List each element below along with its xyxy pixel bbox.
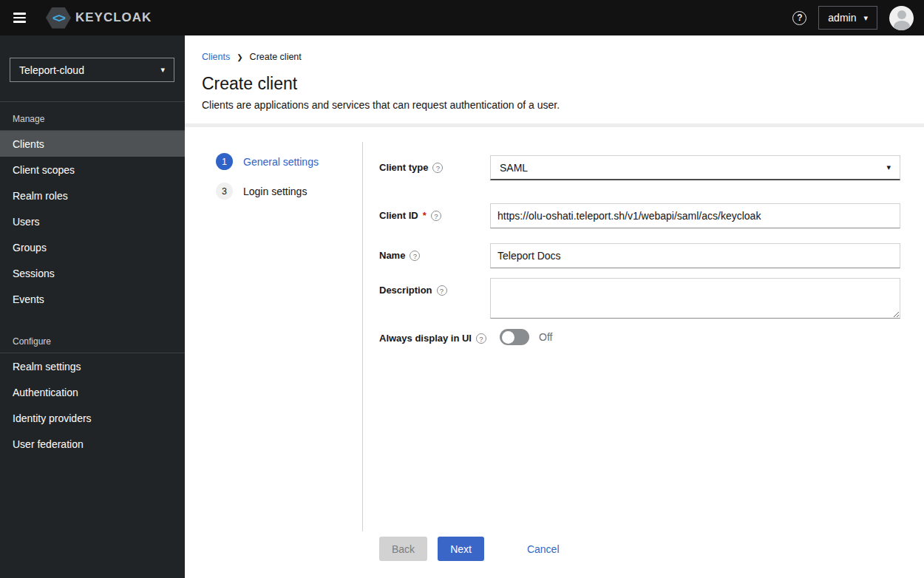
client-id-label: Client ID * ? <box>379 203 490 228</box>
client-type-row: Client type ? SAML ▾ <box>379 155 900 180</box>
step-label: Login settings <box>243 186 307 197</box>
help-icon[interactable]: ? <box>792 11 806 25</box>
description-label: Description ? <box>379 278 490 321</box>
general-settings-form: Client type ? SAML ▾ Client ID * ? <box>379 155 900 345</box>
always-display-toggle[interactable] <box>500 329 529 345</box>
step-label: General settings <box>243 156 319 168</box>
keycloak-logo[interactable]: <> KEYCLOAK <box>46 7 152 29</box>
back-button[interactable]: Back <box>379 537 427 561</box>
avatar[interactable] <box>889 6 914 30</box>
cancel-button[interactable]: Cancel <box>527 543 560 555</box>
client-id-row: Client ID * ? <box>379 203 900 228</box>
wizard-step-general-settings[interactable]: 1 General settings <box>216 153 362 170</box>
breadcrumb-current: Create client <box>250 52 302 62</box>
help-icon[interactable]: ? <box>432 163 443 173</box>
brand-text: KEYCLOAK <box>75 10 152 25</box>
nav-section-configure: Configure <box>0 312 185 353</box>
caret-down-icon: ▾ <box>863 14 868 22</box>
wizard-step-nav: 1 General settings 3 Login settings <box>185 127 362 212</box>
client-id-input[interactable] <box>490 203 900 228</box>
user-menu-label: admin <box>828 12 856 24</box>
always-display-row: Always display in UI ? Off <box>379 326 900 345</box>
sidebar-item-identity-providers[interactable]: Identity providers <box>0 405 185 431</box>
sidebar-item-users[interactable]: Users <box>0 208 185 234</box>
toggle-state-label: Off <box>539 331 552 343</box>
page-header: Clients ❯ Create client Create client Cl… <box>185 35 924 111</box>
sidebar-item-clients[interactable]: Clients <box>0 131 185 157</box>
next-button[interactable]: Next <box>438 537 484 561</box>
help-icon[interactable]: ? <box>431 211 441 221</box>
label-text: Name <box>379 250 405 261</box>
help-icon[interactable]: ? <box>410 251 420 261</box>
help-glyph: ? <box>797 13 802 23</box>
client-type-select[interactable]: SAML ▾ <box>490 155 900 180</box>
main-content: Clients ❯ Create client Create client Cl… <box>185 35 924 578</box>
page-description: Clients are applications and services th… <box>202 99 906 111</box>
sidebar-item-realm-settings[interactable]: Realm settings <box>0 353 185 379</box>
name-input[interactable] <box>490 243 900 268</box>
client-type-value: SAML <box>500 162 528 174</box>
label-text: Client type <box>379 162 428 173</box>
breadcrumb-clients-link[interactable]: Clients <box>202 52 230 62</box>
keycloak-brackets-glyph: <> <box>52 12 64 24</box>
help-icon[interactable]: ? <box>437 285 447 296</box>
sidebar-item-groups[interactable]: Groups <box>0 234 185 260</box>
client-type-label: Client type ? <box>379 155 490 180</box>
description-row: Description ? <box>379 278 900 321</box>
sidebar-item-realm-roles[interactable]: Realm roles <box>0 183 185 208</box>
breadcrumb: Clients ❯ Create client <box>202 52 906 62</box>
caret-down-icon: ▾ <box>160 66 165 74</box>
masthead-right: ? admin ▾ <box>792 6 924 30</box>
name-label: Name ? <box>379 243 490 268</box>
hamburger-menu-icon[interactable] <box>1 0 37 35</box>
sidebar-item-user-federation[interactable]: User federation <box>0 431 185 457</box>
sidebar: Teleport-cloud ▾ Manage Clients Client s… <box>0 35 185 578</box>
sidebar-item-client-scopes[interactable]: Client scopes <box>0 157 185 183</box>
nav-section-manage: Manage <box>0 102 185 130</box>
masthead: <> KEYCLOAK ? admin ▾ <box>0 0 924 35</box>
label-text: Always display in UI <box>379 333 472 344</box>
user-menu-dropdown[interactable]: admin ▾ <box>818 6 877 30</box>
sidebar-item-sessions[interactable]: Sessions <box>0 260 185 286</box>
breadcrumb-separator-icon: ❯ <box>237 53 242 61</box>
description-textarea[interactable] <box>490 278 900 319</box>
realm-selector-dropdown[interactable]: Teleport-cloud ▾ <box>10 58 174 82</box>
create-client-wizard: 1 General settings 3 Login settings Clie… <box>185 127 924 568</box>
label-text: Client ID <box>379 210 418 221</box>
wizard-step-login-settings[interactable]: 3 Login settings <box>216 183 362 200</box>
step-number-badge: 1 <box>216 153 233 170</box>
sidebar-item-events[interactable]: Events <box>0 286 185 312</box>
wizard-footer: Back Next Cancel <box>379 537 560 561</box>
page-title: Create client <box>202 74 906 94</box>
name-row: Name ? <box>379 243 900 268</box>
help-icon[interactable]: ? <box>476 333 486 344</box>
always-display-label: Always display in UI ? <box>379 326 500 345</box>
sidebar-item-authentication[interactable]: Authentication <box>0 379 185 405</box>
toggle-knob <box>502 331 514 344</box>
wizard-vertical-divider <box>362 142 363 531</box>
realm-selector-value: Teleport-cloud <box>19 64 84 76</box>
caret-down-icon: ▾ <box>886 163 891 171</box>
step-number-badge: 3 <box>216 183 233 200</box>
label-text: Description <box>379 285 432 296</box>
required-asterisk: * <box>423 210 427 221</box>
keycloak-hexagon-icon: <> <box>46 7 71 29</box>
